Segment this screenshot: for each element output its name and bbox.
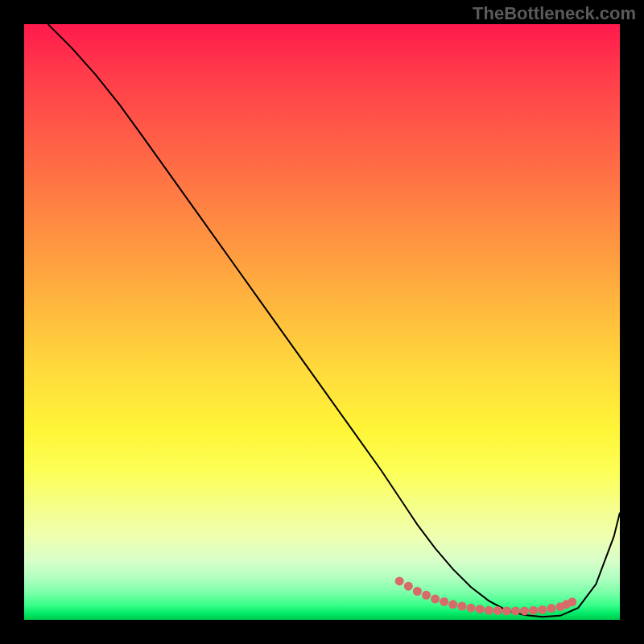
chart-area: [24, 24, 620, 620]
chart-svg: [24, 24, 620, 620]
dotted-point: [422, 591, 431, 600]
dotted-point: [529, 606, 538, 615]
dotted-point: [547, 604, 555, 613]
dotted-point: [502, 606, 511, 615]
dotted-point: [448, 600, 457, 609]
dotted-point: [467, 604, 476, 613]
watermark-text: TheBottleneck.com: [473, 3, 636, 24]
dotted-point: [520, 606, 529, 615]
dotted-point: [395, 576, 404, 585]
dotted-point: [538, 605, 547, 614]
dotted-point: [493, 606, 502, 615]
dotted-point: [511, 606, 520, 615]
dotted-point: [476, 605, 485, 613]
dotted-valley-line: [395, 576, 577, 615]
dotted-point: [404, 582, 413, 591]
dotted-point: [413, 587, 422, 596]
main-curve-line: [48, 24, 620, 617]
dotted-point: [431, 595, 440, 604]
dotted-point: [457, 602, 466, 611]
dotted-point: [568, 597, 576, 606]
dotted-point: [485, 606, 493, 615]
dotted-point: [440, 597, 448, 606]
